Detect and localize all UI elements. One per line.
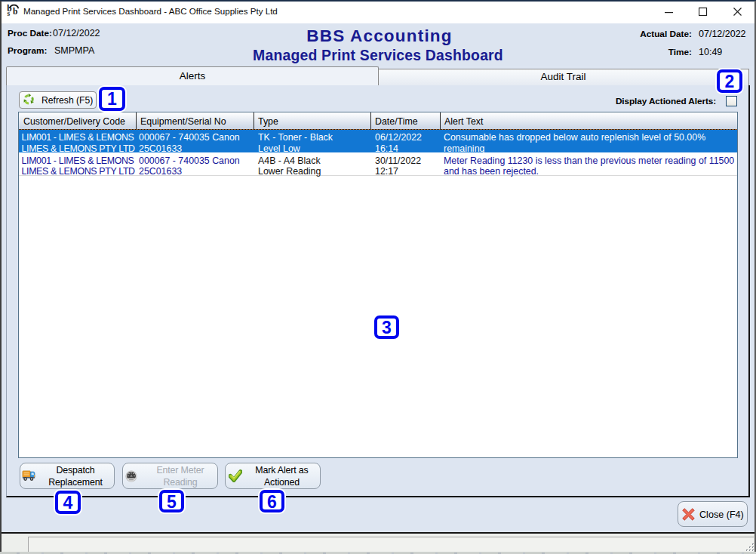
svg-text:s: s [7,10,10,17]
svg-text:b: b [13,7,17,16]
